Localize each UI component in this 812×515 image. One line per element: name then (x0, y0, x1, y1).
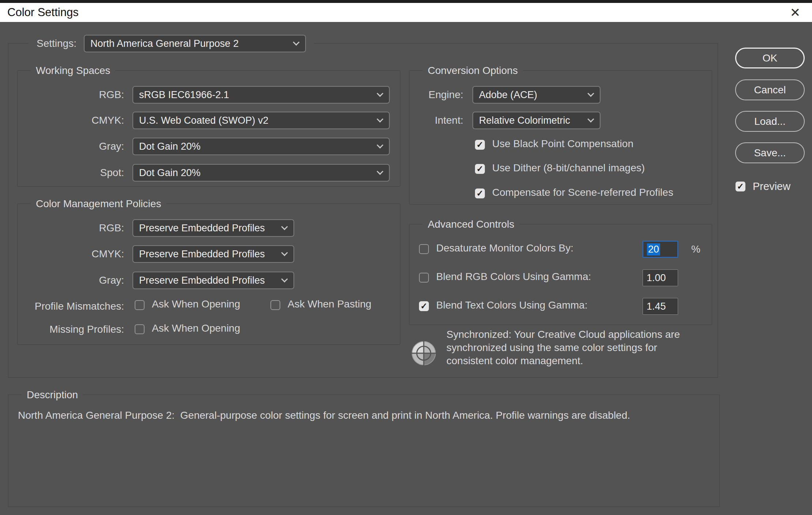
policy-gray-value: Preserve Embedded Profiles (133, 275, 265, 286)
chevron-down-icon (377, 90, 383, 97)
dialog-title: Color Settings (7, 6, 79, 19)
policy-rgb-value: Preserve Embedded Profiles (133, 223, 265, 234)
preview-checkbox[interactable]: ✓ (736, 182, 745, 191)
intent-select[interactable]: Relative Colorimetric (472, 112, 600, 129)
preview-label: Preview (753, 180, 790, 193)
blend-text-gamma-input[interactable]: 1.45 (643, 298, 678, 315)
chevron-down-icon (377, 142, 383, 148)
chevron-down-icon (587, 116, 594, 122)
main-settings-group: Settings: North America General Purpose … (8, 43, 718, 378)
spot-label: Spot: (100, 167, 124, 179)
blend-rgb-gamma-value: 1.00 (647, 272, 666, 284)
use-dither-label: Use Dither (8-bit/channel images) (492, 162, 645, 174)
gray-working-space-select[interactable]: Dot Gain 20% (132, 138, 390, 155)
intent-value: Relative Colorimetric (473, 115, 570, 126)
settings-preset-select[interactable]: North America General Purpose 2 (84, 35, 306, 52)
policies-legend: Color Management Policies (31, 196, 166, 212)
use-dither-checkbox[interactable]: ✓ (475, 164, 485, 174)
rgb-working-space-value: sRGB IEC61966-2.1 (133, 89, 229, 101)
ok-button[interactable]: OK (735, 48, 805, 68)
black-point-compensation-checkbox[interactable]: ✓ (475, 140, 485, 150)
policy-rgb-label: RGB: (99, 222, 124, 234)
ask-when-opening-mismatch-checkbox[interactable] (135, 300, 145, 310)
cancel-button[interactable]: Cancel (735, 79, 805, 100)
working-spaces-group: Working Spaces RGB: sRGB IEC61966-2.1 CM… (17, 70, 400, 187)
chevron-down-icon (377, 168, 383, 175)
ask-when-pasting-checkbox[interactable] (270, 300, 280, 310)
conversion-options-legend: Conversion Options (423, 63, 523, 78)
conversion-options-group: Conversion Options Engine: Adobe (ACE) I… (409, 70, 712, 205)
scene-referred-profiles-checkbox[interactable]: ✓ (475, 189, 485, 198)
cmyk-working-space-select[interactable]: U.S. Web Coated (SWOP) v2 (132, 112, 390, 129)
rgb-working-space-select[interactable]: sRGB IEC61966-2.1 (132, 86, 390, 104)
dialog-titlebar: Color Settings ✕ (0, 3, 812, 22)
working-spaces-legend: Working Spaces (31, 63, 115, 78)
description-legend: Description (22, 387, 83, 403)
blend-text-gamma-checkbox[interactable]: ✓ (419, 301, 429, 311)
window-top-strip (0, 0, 812, 3)
desaturate-monitor-checkbox[interactable] (419, 244, 429, 254)
check-icon: ✓ (476, 165, 483, 173)
rgb-label: RGB: (99, 89, 124, 101)
desaturate-percent-value: 20 (647, 243, 660, 255)
spot-working-space-select[interactable]: Dot Gain 20% (132, 164, 390, 182)
blend-text-gamma-label: Blend Text Colors Using Gamma: (436, 299, 587, 311)
load-button[interactable]: Load... (735, 111, 805, 132)
settings-label: Settings: (37, 38, 76, 49)
policy-cmyk-value: Preserve Embedded Profiles (133, 249, 265, 260)
creative-cloud-sync-icon (411, 340, 437, 366)
blend-rgb-gamma-checkbox[interactable] (419, 273, 429, 283)
engine-select[interactable]: Adobe (ACE) (472, 86, 600, 104)
blend-rgb-gamma-label: Blend RGB Colors Using Gamma: (436, 271, 591, 283)
policy-cmyk-label: CMYK: (91, 248, 124, 260)
chevron-down-icon (377, 116, 383, 122)
intent-label: Intent: (435, 115, 463, 126)
chevron-down-icon (293, 39, 299, 45)
scene-referred-profiles-label: Compensate for Scene-referred Profiles (492, 187, 673, 198)
close-icon[interactable]: ✕ (784, 3, 806, 22)
engine-value: Adobe (ACE) (473, 89, 537, 101)
save-button[interactable]: Save... (735, 142, 805, 163)
settings-preset-value: North America General Purpose 2 (85, 38, 239, 49)
chevron-down-icon (281, 249, 288, 256)
ask-when-opening-missing-label: Ask When Opening (152, 322, 240, 334)
check-icon: ✓ (476, 141, 483, 149)
check-icon: ✓ (737, 182, 744, 191)
sync-status-text: Synchronized: Your Creative Cloud applic… (446, 328, 699, 367)
description-group: Description North America General Purpos… (8, 395, 720, 507)
policy-gray-label: Gray: (99, 275, 124, 286)
policy-rgb-select[interactable]: Preserve Embedded Profiles (132, 219, 294, 237)
cmyk-label: CMYK: (91, 115, 124, 126)
chevron-down-icon (587, 90, 594, 97)
missing-profiles-label: Missing Profiles: (49, 324, 124, 335)
policy-gray-select[interactable]: Preserve Embedded Profiles (132, 272, 294, 289)
advanced-controls-group: Advanced Controls Desaturate Monitor Col… (409, 224, 712, 325)
chevron-down-icon (281, 276, 288, 282)
cmyk-working-space-value: U.S. Web Coated (SWOP) v2 (133, 115, 269, 126)
ask-when-pasting-label: Ask When Pasting (288, 298, 371, 310)
settings-row: Settings: North America General Purpose … (29, 34, 314, 53)
gray-label: Gray: (99, 141, 124, 152)
profile-mismatches-label: Profile Mismatches: (35, 301, 124, 312)
check-icon: ✓ (476, 189, 483, 198)
desaturate-percent-input[interactable]: 20 (643, 241, 678, 258)
percent-suffix: % (691, 243, 700, 255)
blend-text-gamma-value: 1.45 (647, 301, 666, 312)
engine-label: Engine: (429, 89, 463, 101)
color-management-policies-group: Color Management Policies RGB: Preserve … (17, 204, 400, 345)
blend-rgb-gamma-input[interactable]: 1.00 (643, 269, 678, 286)
ask-when-opening-missing-checkbox[interactable] (135, 324, 145, 334)
chevron-down-icon (281, 223, 288, 230)
ask-when-opening-mismatch-label: Ask When Opening (152, 298, 240, 310)
policy-cmyk-select[interactable]: Preserve Embedded Profiles (132, 245, 294, 263)
description-text: North America General Purpose 2: General… (18, 410, 706, 421)
gray-working-space-value: Dot Gain 20% (133, 141, 201, 152)
check-icon: ✓ (420, 302, 427, 310)
spot-working-space-value: Dot Gain 20% (133, 167, 201, 179)
advanced-controls-legend: Advanced Controls (423, 217, 520, 232)
black-point-compensation-label: Use Black Point Compensation (492, 138, 633, 150)
desaturate-monitor-label: Desaturate Monitor Colors By: (436, 242, 573, 254)
